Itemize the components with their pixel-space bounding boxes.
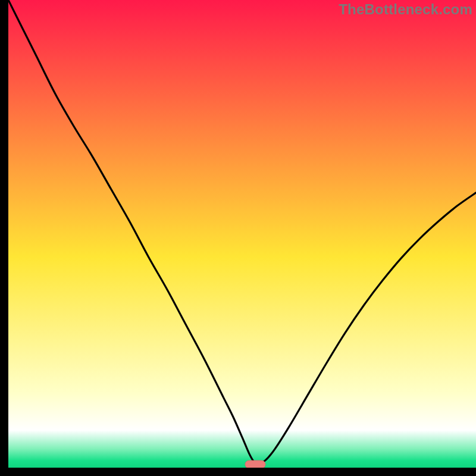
gradient-background [8,0,476,468]
watermark-text: TheBottleneck.com [339,1,472,18]
optimum-marker [245,461,265,468]
chart-frame: TheBottleneck.com [8,0,476,468]
bottleneck-chart [8,0,476,468]
